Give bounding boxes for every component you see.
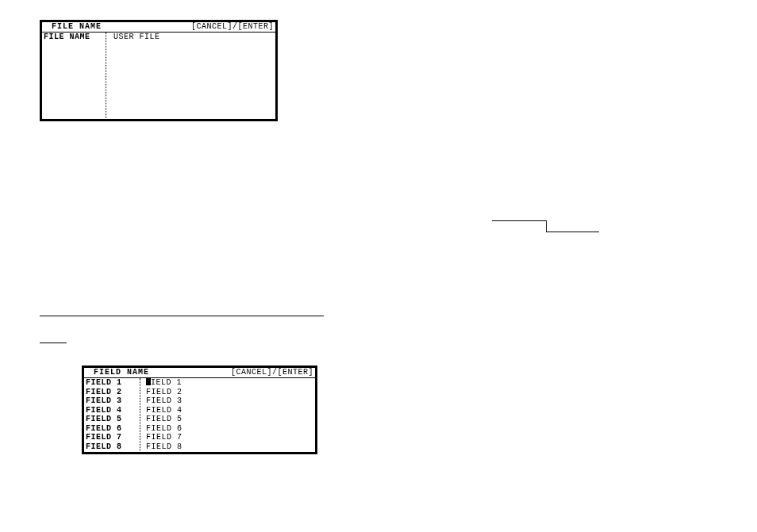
field-value[interactable]: FIELD 7 xyxy=(141,433,183,442)
step-notch-graphic xyxy=(492,220,599,232)
field-row[interactable]: FIELD 2FIELD 2 xyxy=(84,388,315,397)
field-row[interactable]: FIELD 3FIELD 3 xyxy=(84,396,315,406)
divider-vline xyxy=(140,378,140,453)
field-name-panel-title: FIELD NAME xyxy=(86,369,149,377)
field-label: FIELD 3 xyxy=(84,396,141,406)
field-row[interactable]: FIELD 7FIELD 7 xyxy=(84,433,315,442)
field-value[interactable]: FIELD 5 xyxy=(141,415,183,424)
file-name-row: FILE NAME USER FILE xyxy=(42,33,275,41)
field-row[interactable]: FIELD 1IELD 1 xyxy=(84,378,315,388)
file-name-value[interactable]: USER FILE xyxy=(109,33,160,41)
divider-vline xyxy=(106,33,106,120)
field-value[interactable]: FIELD 3 xyxy=(141,396,183,406)
file-name-label: FILE NAME xyxy=(42,33,109,41)
file-name-panel-title: FILE NAME xyxy=(44,23,102,31)
field-name-panel-body: FIELD 1IELD 1FIELD 2FIELD 2FIELD 3FIELD … xyxy=(84,378,315,453)
section-underline-1 xyxy=(40,316,324,316)
file-name-panel-body: FILE NAME USER FILE xyxy=(42,33,275,120)
field-label: FIELD 1 xyxy=(84,378,141,388)
file-name-panel: FILE NAME [CANCEL]/[ENTER] FILE NAME USE… xyxy=(40,20,278,121)
section-underline-2 xyxy=(40,343,67,343)
field-name-panel-hint[interactable]: [CANCEL]/[ENTER] xyxy=(231,369,313,377)
field-value[interactable]: FIELD 4 xyxy=(141,406,183,415)
field-value[interactable]: FIELD 8 xyxy=(141,442,183,452)
field-row[interactable]: FIELD 6FIELD 6 xyxy=(84,424,315,434)
field-label: FIELD 5 xyxy=(84,415,141,424)
field-value[interactable]: IELD 1 xyxy=(141,378,182,388)
field-value[interactable]: FIELD 2 xyxy=(141,388,183,397)
field-value[interactable]: FIELD 6 xyxy=(141,424,183,434)
field-label: FIELD 2 xyxy=(84,388,141,397)
field-rows: FIELD 1IELD 1FIELD 2FIELD 2FIELD 3FIELD … xyxy=(84,378,315,451)
field-name-panel-header: FIELD NAME [CANCEL]/[ENTER] xyxy=(84,368,315,378)
field-row[interactable]: FIELD 8FIELD 8 xyxy=(84,442,315,452)
file-name-panel-header: FILE NAME [CANCEL]/[ENTER] xyxy=(42,22,275,33)
field-row[interactable]: FIELD 5FIELD 5 xyxy=(84,415,315,424)
field-label: FIELD 8 xyxy=(84,442,141,452)
field-label: FIELD 7 xyxy=(84,433,141,442)
text-cursor xyxy=(146,378,151,385)
field-name-panel: FIELD NAME [CANCEL]/[ENTER] FIELD 1IELD … xyxy=(82,366,317,454)
file-name-panel-hint[interactable]: [CANCEL]/[ENTER] xyxy=(191,23,274,31)
field-label: FIELD 4 xyxy=(84,406,141,415)
field-row[interactable]: FIELD 4FIELD 4 xyxy=(84,406,315,415)
field-label: FIELD 6 xyxy=(84,424,141,434)
